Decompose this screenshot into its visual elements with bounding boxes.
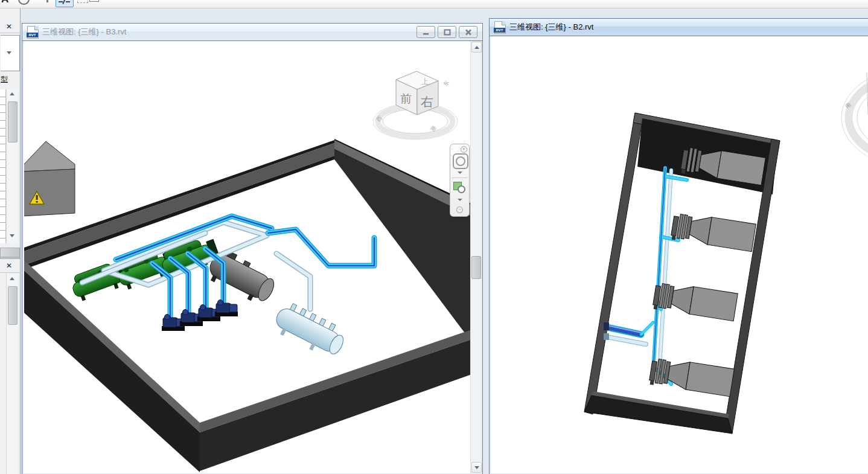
paste-tool-icon[interactable]: ↵: [89, 0, 99, 2]
fan-room-3d-scene: 南: [491, 36, 868, 473]
magnifier-icon[interactable]: [458, 185, 465, 193]
properties-scrollbar[interactable]: [6, 89, 18, 243]
property-grid-edge: [0, 89, 6, 243]
gray-block-mass[interactable]: [24, 141, 75, 216]
navbar-close-icon[interactable]: ✕: [461, 146, 467, 153]
3d-view-canvas-b2[interactable]: 南: [491, 36, 868, 473]
navbar-collapse-icon[interactable]: −: [456, 207, 463, 213]
type-selector-dropdown[interactable]: [1, 35, 20, 71]
window-titlebar[interactable]: RVT 三维视图: {三维} - B3.rvt: [22, 24, 482, 41]
scrollbar-thumb[interactable]: [8, 286, 18, 325]
zoom-options-chevron-icon[interactable]: [458, 199, 462, 201]
room-walls[interactable]: [24, 139, 470, 472]
divider: [0, 33, 20, 33]
view-window-b2[interactable]: RVT 三维视图: {三维} - B2.rvt: [489, 18, 868, 474]
pin-tool-icon[interactable]: [45, 0, 50, 8]
pipe-end-cap: [604, 322, 609, 330]
viewcube-right-label: 右: [421, 95, 433, 109]
close-icon: [465, 29, 472, 36]
scroll-down-icon[interactable]: [10, 234, 14, 237]
window-title: 三维视图: {三维} - B3.rvt: [42, 27, 126, 37]
window-titlebar[interactable]: RVT 三维视图: {三维} - B2.rvt: [490, 19, 868, 36]
sync-tool-icon[interactable]: [18, 0, 30, 5]
scrollbar-thumb[interactable]: [8, 101, 18, 143]
navigation-bar[interactable]: ✕ −: [450, 144, 470, 217]
text-tool-icon[interactable]: A: [1, 0, 8, 8]
properties-panel-close-button[interactable]: ✕: [4, 22, 14, 31]
edit-type-link[interactable]: 型: [1, 74, 8, 85]
rvt-file-icon: RVT: [494, 21, 506, 34]
viewcube-top-label: 上: [421, 77, 429, 86]
minimize-button[interactable]: [416, 26, 435, 38]
pump-group[interactable]: [162, 300, 238, 331]
browser-scrollbar[interactable]: [6, 274, 18, 474]
pipe-end-cap: [604, 333, 609, 340]
scroll-up-button[interactable]: [471, 42, 482, 53]
panel-divider: [0, 257, 20, 258]
ribbon-strip: A ✕ ↵: [0, 0, 868, 8]
compass-label-east[interactable]: 东: [442, 80, 450, 88]
steering-wheel-icon[interactable]: [453, 153, 468, 169]
viewcube-compass-partial[interactable]: 南: [841, 68, 868, 168]
divider: [452, 178, 467, 178]
scrollbar-thumb[interactable]: [471, 256, 481, 279]
viewcube-front-label: 前: [400, 92, 412, 105]
window-title: 三维视图: {三维} - B2.rvt: [509, 22, 593, 33]
restore-button[interactable]: [438, 26, 456, 38]
wheel-options-chevron-icon[interactable]: [458, 171, 462, 174]
divider: [0, 272, 20, 273]
view-window-b3[interactable]: RVT 三维视图: {三维} - B3.rvt: [22, 23, 483, 474]
rvt-file-icon: RVT: [27, 26, 39, 39]
fan-unit-2[interactable]: [671, 211, 756, 252]
scroll-down-button[interactable]: [471, 462, 482, 473]
scroll-up-icon[interactable]: [10, 92, 14, 95]
3d-view-canvas-b3[interactable]: 西 南 东 上 前 右 ✕ −: [24, 41, 470, 473]
close-button[interactable]: [459, 26, 477, 38]
left-dock-panels: ✕ 型 ✕: [0, 8, 21, 474]
restore-icon: [444, 29, 451, 36]
align-tool-icon[interactable]: [56, 0, 74, 7]
browser-panel-close-button[interactable]: ✕: [4, 261, 14, 270]
fan-unit-4[interactable]: [649, 356, 735, 397]
fan-unit-3[interactable]: [653, 281, 738, 322]
viewcube[interactable]: 西 南 东 上 前 右: [373, 68, 461, 143]
view-vertical-scrollbar[interactable]: [470, 41, 481, 473]
scroll-up-icon[interactable]: [10, 277, 14, 280]
minimize-icon: [423, 29, 430, 35]
chevron-down-icon: [7, 51, 11, 54]
delete-constraint-icon[interactable]: ✕: [77, 0, 88, 3]
